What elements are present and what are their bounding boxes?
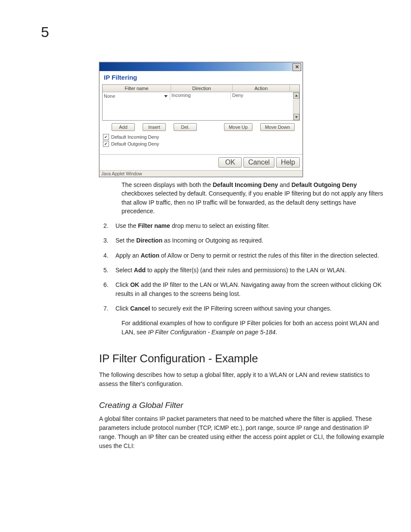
col-header-filter-name: Filter name [103,85,171,92]
title-bar: ✕ [100,62,302,71]
step-2: 2. Use the Filter name drop menu to sele… [103,221,385,230]
default-outgoing-deny-checkbox[interactable]: ✔ [103,141,109,147]
direction-cell[interactable]: Incoming [170,92,231,100]
scroll-down-button[interactable] [293,114,299,120]
filter-name-dropdown[interactable]: None [103,92,170,100]
dialog-button-row: OK Cancel Help [100,154,302,170]
col-header-action: Action [233,85,290,92]
step-6: 6. Click OK add the IP filter to the LAN… [103,280,385,298]
step-5: 5. Select Add to apply the filter(s) (an… [103,266,385,274]
filter-table: Filter name Direction Action None Incomi… [102,84,300,121]
chevron-up-icon [295,95,298,96]
table-button-row: Add Insert Del. Move Up Move Down [100,121,302,134]
heading-ip-filter-config-example: IP Filter Configuration - Example [99,352,385,365]
table-header-row: Filter name Direction Action [103,85,299,92]
move-up-button[interactable]: Move Up [224,123,252,131]
col-header-direction: Direction [171,85,233,92]
filter-name-value: None [104,93,115,99]
ip-filtering-applet: ✕ IP Filtering Filter name Direction Act… [99,62,303,177]
applet-title: IP Filtering [100,71,302,84]
table-row[interactable]: None Incoming Deny [103,92,293,120]
default-incoming-deny-checkbox[interactable]: ✔ [103,134,109,140]
step-4: 4. Apply an Action of Allow or Deny to p… [103,251,385,260]
close-icon[interactable]: ✕ [293,63,301,71]
ok-button[interactable]: OK [218,157,242,168]
chevron-down-icon [295,116,298,118]
del-button[interactable]: Del. [174,123,197,131]
heading-creating-global-filter: Creating a Global Filter [99,401,385,410]
h3-body-paragraph: A global filter contains IP packet param… [99,414,385,451]
figure-caption-paragraph: The screen displays with both the Defaul… [121,180,385,215]
action-cell[interactable]: Deny [231,92,293,100]
step-7: 7. Click Cancel to securely exit the IP … [103,304,385,313]
status-bar: Java Applet Window [100,170,302,177]
cancel-button[interactable]: Cancel [243,157,274,168]
h2-body-paragraph: The following describes how to setup a g… [99,370,385,389]
add-button[interactable]: Add [112,123,135,131]
additional-examples-paragraph: For additional examples of how to config… [121,319,385,336]
step-3: 3. Set the Direction as Incoming or Outg… [103,236,385,245]
scroll-up-button[interactable] [293,92,299,99]
insert-button[interactable]: Insert [143,123,166,131]
chapter-number: 5 [41,24,385,40]
vertical-scrollbar[interactable] [293,92,299,120]
default-outgoing-deny-row: ✔ Default Outgoing Deny [100,140,302,147]
default-incoming-deny-label: Default Incoming Deny [111,134,159,140]
default-outgoing-deny-label: Default Outgoing Deny [111,141,159,146]
move-down-button[interactable]: Move Down [260,123,295,131]
help-button[interactable]: Help [276,157,300,168]
default-incoming-deny-row: ✔ Default Incoming Deny [100,134,302,140]
chevron-down-icon [164,95,168,97]
